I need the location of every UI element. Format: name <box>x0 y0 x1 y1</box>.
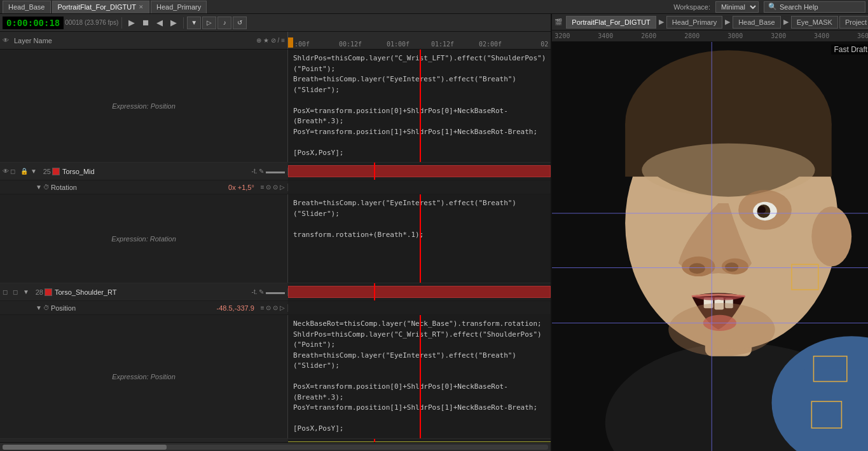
scrollbar-track <box>3 445 548 450</box>
layer-25-num: 25 <box>38 168 51 175</box>
timeline-scrollbar[interactable] <box>0 442 551 451</box>
comp-tab-arrow-2: ▶ <box>725 18 730 26</box>
layer-28-controls: ◻ ◻ ▼ 28 Torso_Shoulder_RT -t. ✎ ▬▬▬ <box>0 288 288 296</box>
ruler-mark-3: 01:12f <box>431 41 454 48</box>
playhead-33 <box>374 439 375 443</box>
ruler-mark-2: 01:00f <box>387 41 410 48</box>
layer-25-buttons: -t. ✎ ▬▬▬ <box>252 168 285 175</box>
ruler-2600: 2600 <box>641 32 656 39</box>
prev-expression-code[interactable]: ShldrPos=thisComp.layer("C_Wrist_LFT").e… <box>288 50 551 162</box>
character-svg <box>552 42 868 451</box>
play-btn[interactable]: ▶ <box>125 17 138 29</box>
layer-25-name: Torso_Mid <box>62 168 95 175</box>
layer-28-expr-code[interactable]: NeckBaseRot=thisComp.layer("Neck_Base").… <box>288 315 551 438</box>
top-menu-bar: Head_Base PortraitFlat_For_DIGTUT ✕ Head… <box>0 0 868 14</box>
layer-25-rotation-row: ▼ ⏱ Rotation 0x +1,5° ≡ ⊙ ⊙ ▷ <box>0 180 551 194</box>
search-icon: 🔍 <box>768 3 777 11</box>
layer-25-rot-timeline <box>288 180 551 194</box>
svg-point-9 <box>642 144 815 197</box>
layer-25-expr-code[interactable]: Breath=thisComp.layer("EyeInterest").eff… <box>288 194 551 283</box>
layer-25-rot-value: 0x +1,5° <box>228 184 254 191</box>
workspace-select[interactable]: Minimal <box>715 1 759 13</box>
comp-tab-eye-mask[interactable]: Eye_MASK <box>791 16 838 29</box>
ruler-3200b: 3200 <box>771 32 786 39</box>
layer-controls-header: ⊕ ★ ⊘ / ≡ <box>256 37 285 44</box>
layer-25-rotation-controls: ▼ ⏱ Rotation 0x +1,5° ≡ ⊙ ⊙ ▷ <box>0 184 288 191</box>
comp-tab-portrait[interactable]: PortraitFlat_For_DIGTUT <box>566 16 656 29</box>
layer-28-position-controls: ▼ ⏱ Position -48.5,-337.9 ≡ ⊙ ⊙ ▷ <box>0 304 288 312</box>
layer-28-timeline <box>288 283 551 300</box>
comp-tab-project-label: Project <box>845 18 867 26</box>
comp-tab-head-base-label: Head_Base <box>738 18 775 26</box>
tab-head-base[interactable]: Head_Base <box>3 1 51 13</box>
layer-25-twirl[interactable]: ▼ <box>31 168 37 175</box>
layer-28-name: Torso_Shoulder_RT <box>55 288 117 296</box>
layer-28-expression: Expression: Position NeckBaseRot=thisCom… <box>0 315 551 439</box>
prev-expression-label: Expression: Position <box>0 50 288 162</box>
divider-1 <box>121 17 122 29</box>
layer-28-pos-timeline <box>288 301 551 314</box>
ruler-3200: 3200 <box>555 32 570 39</box>
top-bar-right: Workspace: Minimal 🔍 Search Help <box>673 1 865 13</box>
layer-header-col: 👁 Layer Name ⊕ ★ ⊘ / ≡ <box>0 32 288 49</box>
layer-name-header: Layer Name <box>14 37 52 44</box>
layer-28-bar <box>288 286 551 298</box>
loop-btn[interactable]: ↺ <box>233 17 247 29</box>
ruler-mark-4: 02:00f <box>479 41 502 48</box>
layer-25-clock: ⏱ <box>43 184 50 191</box>
layer-28-twirl[interactable]: ▼ <box>23 288 29 295</box>
layer-25-rot-twirl[interactable]: ▼ <box>36 184 42 191</box>
layer-33-bar <box>288 441 551 443</box>
preview-btn[interactable]: ▷ <box>202 17 216 29</box>
ruler-3400b: 3400 <box>814 32 829 39</box>
tab-head-primary[interactable]: Head_Primary <box>151 1 207 13</box>
comp-tab-arrow-3: ▶ <box>783 18 789 26</box>
playhead-cursor-prev <box>420 50 421 162</box>
timeline-content: Expression: Position ShldrPos=thisComp.l… <box>0 50 551 442</box>
layer-25-rot-name: Rotation <box>51 184 77 191</box>
layer-25-controls: 👁 ◻ 🔒 ▼ 25 Torso_Mid -t. ✎ ▬▬▬ <box>0 168 288 175</box>
comp-icon: 🎬 <box>555 18 562 25</box>
layer-row-28: ◻ ◻ ▼ 28 Torso_Shoulder_RT -t. ✎ ▬▬▬ <box>0 283 551 301</box>
comp-tab-eye-mask-label: Eye_MASK <box>797 18 832 26</box>
layer-25-expression: Expression: Rotation Breath=thisComp.lay… <box>0 194 551 283</box>
next-frame-btn[interactable]: ▶ <box>167 17 180 29</box>
comp-view: Fast Draft <box>552 42 868 451</box>
layer-33-timeline <box>288 439 551 443</box>
layer-25-color <box>52 168 60 175</box>
tab-portrait-flat[interactable]: PortraitFlat_For_DIGTUT ✕ <box>52 1 149 13</box>
ruler-2800: 2800 <box>684 32 699 39</box>
timeline-panel: 0:00:00:18 00018 (23.976 fps) ▶ ⏹ ◀ ▶ ▼ … <box>0 14 552 451</box>
timeline-header: 👁 Layer Name ⊕ ★ ⊘ / ≡ :00f 00:12f 01:00… <box>0 32 551 50</box>
stop-btn[interactable]: ⏹ <box>139 17 152 29</box>
divider-2 <box>183 17 184 29</box>
layer-25-rot-buttons: ≡ ⊙ ⊙ ▷ <box>261 184 285 191</box>
scrollbar-thumb[interactable] <box>3 445 167 450</box>
prev-frame-btn[interactable]: ◀ <box>153 17 166 29</box>
time-display: 0:00:00:18 <box>3 17 64 29</box>
layer-28-pos-twirl[interactable]: ▼ <box>36 304 42 311</box>
layer-28-pos-value: -48.5,-337.9 <box>217 304 254 312</box>
comp-tab-head-primary[interactable]: Head_Primary <box>666 16 722 29</box>
audio-btn[interactable]: ♪ <box>217 17 231 29</box>
ruler-mark-0: :00f <box>294 41 310 48</box>
comp-tab-head-base[interactable]: Head_Base <box>733 16 781 29</box>
visibility-header-icon: 👁 <box>3 37 9 44</box>
timeline-toolbar: 0:00:00:18 00018 (23.976 fps) ▶ ⏹ ◀ ▶ ▼ … <box>0 14 551 32</box>
comp-tab-project[interactable]: Project <box>839 16 868 29</box>
fast-draft-label: Fast Draft <box>831 44 868 55</box>
layer-25-solo[interactable]: ◻ <box>10 168 19 175</box>
layer-28-buttons: -t. ✎ ▬▬▬ <box>252 288 285 295</box>
ruler-mark-5: 02 <box>541 41 548 48</box>
ruler-3600: 3600 <box>857 32 868 39</box>
ruler-3000: 3000 <box>727 32 743 39</box>
layer-25-eye[interactable]: 👁 <box>3 168 9 175</box>
comp-tab-head-primary-label: Head_Primary <box>672 18 717 26</box>
resolution-btn[interactable]: ▼ <box>187 17 201 29</box>
layer-28-expr-label-text: Expression: Position <box>112 373 176 380</box>
comp-ruler: 3200 3400 2600 2800 3000 3200 3400 3600 <box>552 30 868 42</box>
playhead <box>374 163 375 180</box>
tab-close-icon[interactable]: ✕ <box>139 4 144 10</box>
search-help-box[interactable]: 🔍 Search Help <box>764 1 865 13</box>
layer-25-timeline <box>288 163 551 180</box>
